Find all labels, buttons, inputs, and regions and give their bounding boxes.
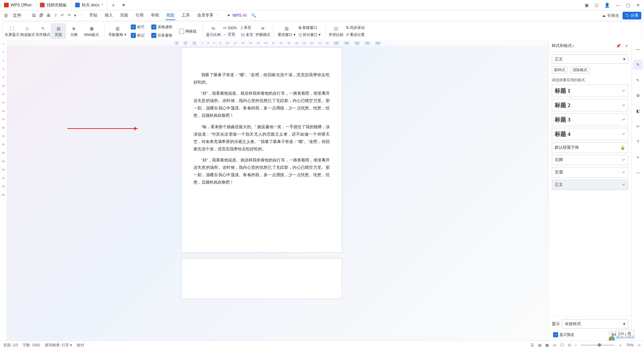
view-menu-icon[interactable]: ☰ (531, 343, 534, 347)
window-apps-icon[interactable]: ▣ (585, 3, 589, 8)
window-close-icon[interactable]: ✕ (636, 3, 640, 8)
zoom-in-button[interactable]: ＋ (619, 343, 622, 348)
single-page-button[interactable]: ▯单页 (241, 25, 253, 30)
status-words[interactable]: 字数: 1052 (22, 343, 40, 348)
web-layout-button[interactable]: ▦Web版式 (82, 23, 102, 39)
redo-icon[interactable]: ↷ (67, 13, 71, 18)
zoom-value[interactable]: 75% (626, 343, 634, 347)
tab-view[interactable]: 视图 (166, 11, 175, 20)
current-style-select[interactable]: 正文▾ (552, 54, 628, 64)
tab-insert[interactable]: 插入 (104, 11, 113, 20)
page-width-button[interactable]: ↔页宽 (223, 32, 237, 37)
newwin-icon: ⊞ (299, 26, 302, 30)
fullscreen-button[interactable]: ⛶全屏显示 (4, 23, 20, 39)
zoom-100-button[interactable]: ▭100% (223, 26, 237, 30)
taskpane-checkbox[interactable]: ✓任务窗格 (150, 32, 174, 39)
new-tab-button[interactable]: ＋ (107, 2, 119, 8)
view-read-icon[interactable]: ▭ (553, 343, 556, 347)
tableframe-checkbox[interactable]: ✓表格虚框 (150, 24, 174, 30)
tab-member[interactable]: 会员专享 (197, 11, 214, 20)
tab-start[interactable]: 开始 (89, 11, 98, 20)
zoom-button[interactable]: %显示比例 (206, 23, 221, 39)
sidebar-tools-icon[interactable]: ✂ (633, 121, 643, 132)
wps-ai[interactable]: ✦ WPS AI (221, 13, 247, 18)
style-item[interactable]: 标题 2↵ (552, 99, 628, 111)
style-item[interactable]: 标题 4↵ (552, 128, 628, 140)
tab-page[interactable]: 页面 (119, 11, 129, 20)
document-page-next[interactable] (181, 258, 342, 299)
view-outline-icon[interactable]: 🖵 (560, 343, 564, 347)
sidebar-collapse-icon[interactable]: — (633, 44, 643, 54)
paragraph: “好”，我看着他说道。就这样我坐着他的自行车，一路冒着雨，渐渐离开这失意的场所。… (194, 156, 330, 186)
cloud-status[interactable]: ☁有修改 (602, 13, 619, 18)
view-web-icon[interactable]: ▦ (545, 343, 549, 347)
clear-format-button[interactable]: 清除格式 (570, 66, 590, 73)
status-proof[interactable]: 校对 (77, 343, 84, 348)
zoom-out-button[interactable]: − (575, 343, 577, 347)
read-layout-button[interactable]: ▷阅读版式 (20, 23, 35, 39)
sidebar-clip-icon[interactable]: ✧ (633, 152, 643, 162)
style-item[interactable]: 标题 1↵ (552, 85, 628, 97)
page-layout-button[interactable]: ▤页面 (51, 23, 66, 39)
ruler-checkbox[interactable]: ✓标尺 (129, 24, 146, 30)
outline-button[interactable]: ≣大纲 (66, 23, 82, 39)
mark-checkbox[interactable]: ✓标记 (129, 32, 146, 39)
save-icon[interactable]: 🖫 (32, 13, 36, 18)
document-area[interactable]: 6422468101214161820222426283032343638404… (7, 40, 548, 341)
new-window-button[interactable]: ⊞新建窗口 (299, 25, 321, 30)
multi-page-button[interactable]: ▯▯多页 (241, 32, 253, 37)
sidebar-settings-icon[interactable]: ⚙ (633, 91, 643, 101)
compare-button: ▯▯并排比较 (328, 23, 344, 39)
sidebar-select-icon[interactable]: ↖ (633, 75, 643, 85)
zoom-slider[interactable] (581, 345, 614, 346)
tab-wps[interactable]: WPS Office (0, 0, 36, 10)
close-panel-icon[interactable]: ✕ (625, 44, 628, 48)
style-item[interactable]: 页脚↵ (552, 155, 628, 165)
window-minimize-icon[interactable]: — (616, 3, 620, 8)
print-icon[interactable]: 🖶 (47, 13, 51, 18)
style-item[interactable]: 页眉↵ (552, 167, 628, 178)
sidebar-layers-icon[interactable]: ◧ (633, 106, 643, 116)
tab-reference[interactable]: 引用 (135, 11, 144, 20)
tab-review[interactable]: 审阅 (150, 11, 160, 20)
export-icon[interactable]: ⇪ (54, 13, 57, 18)
split-window-button[interactable]: ◫拆分窗口 ▾ (299, 32, 321, 37)
app-menu-icon[interactable]: ☰ (3, 13, 9, 18)
width-icon: ↔ (223, 33, 227, 37)
nav-pane-button[interactable]: ▥导航窗格 ▾ (107, 23, 127, 39)
print-preview-icon[interactable]: 🗐 (39, 13, 43, 18)
tab-menu-button[interactable]: ▾ (119, 2, 128, 8)
chevron-down-icon[interactable]: ▾ (573, 44, 574, 48)
view-focus-icon[interactable]: ⊙ (568, 343, 571, 347)
sidebar-styles-icon[interactable]: ✎ (633, 60, 643, 70)
show-filter-select[interactable]: 有效样式▾ (562, 319, 628, 329)
gridline-checkbox[interactable]: 网格线 (178, 28, 198, 35)
file-menu[interactable]: 文件 (11, 12, 23, 18)
qat-dropdown-icon[interactable]: ▾ (74, 13, 76, 18)
window-cube-icon[interactable]: ⬡ (595, 3, 598, 8)
preview-checkbox[interactable]: ✓显示预览 (552, 332, 576, 338)
status-spellcheck[interactable]: 拼写检查: 打开 ▾ (45, 343, 72, 348)
sidebar-more-icon[interactable]: ⋯ (633, 168, 643, 178)
new-style-button[interactable]: 新样式 (552, 66, 568, 73)
status-page[interactable]: 页面: 1/3 (3, 343, 18, 348)
tab-document[interactable]: 秋天.docx* (71, 0, 107, 10)
tab-tools[interactable]: 工具 (181, 11, 191, 20)
share-button[interactable]: ⮌分享 (623, 12, 641, 19)
search-icon[interactable]: 🔍 (249, 13, 256, 18)
tab-templates[interactable]: 找稻壳模板 (36, 0, 71, 10)
rearrange-window-button[interactable]: ▤重排窗口 ▾ (276, 23, 297, 39)
eye-mode-button[interactable]: 👁护眼模式 (255, 23, 271, 39)
window-maximize-icon[interactable]: ▢ (626, 3, 630, 8)
view-page-icon[interactable]: ▤ (538, 343, 541, 347)
style-item[interactable]: 默认段落字体🔒 (552, 142, 628, 153)
sidebar-help-icon[interactable]: ? (633, 137, 643, 147)
style-item[interactable]: 标题 3↵ (552, 113, 628, 126)
write-mode-button[interactable]: ✎写作模式 (35, 23, 51, 39)
document-page[interactable]: 我吸了吸鼻子答道：“嗯”。“走吧，你回家先洗个澡，洗完后我带你去吃好吃的。 “好… (181, 48, 342, 252)
style-item[interactable]: 正文↵ (552, 180, 628, 190)
undo-icon[interactable]: ↶ (61, 13, 64, 18)
pin-icon[interactable]: 📌 (616, 44, 621, 48)
zoom-fit-icon[interactable]: ⤢ (638, 343, 641, 347)
user-avatar-icon[interactable]: 👤 (604, 3, 610, 8)
